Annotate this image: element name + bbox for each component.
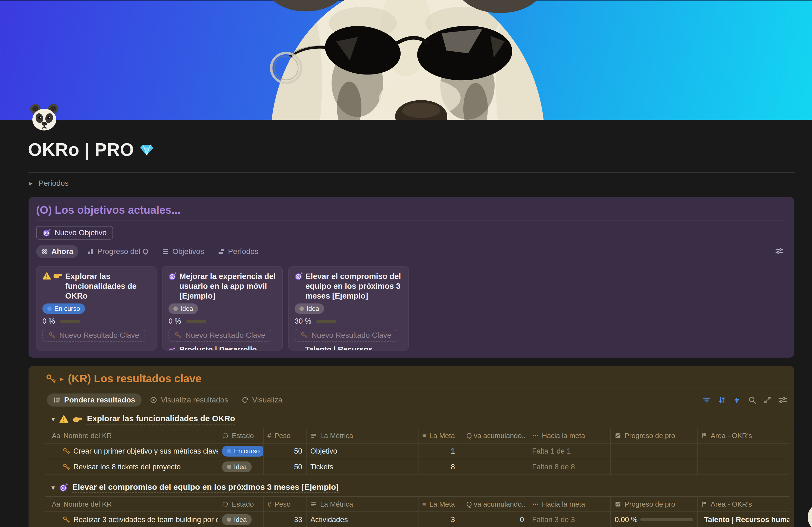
steps-icon	[218, 248, 225, 255]
hacia-cell[interactable]: Falta 1 de 1	[528, 443, 610, 459]
column-header-area[interactable]: Area - OKR's	[697, 497, 789, 512]
column-header-nombre[interactable]: AaNombre del KR	[45, 497, 218, 512]
search-button[interactable]	[748, 396, 757, 404]
meta-cell[interactable]: 1	[418, 443, 459, 459]
peso-cell[interactable]: 33	[263, 512, 306, 527]
area-cell[interactable]	[697, 443, 789, 459]
chevron-down-icon[interactable]: ▾	[52, 484, 55, 491]
metrica-cell[interactable]: Objetivo	[306, 443, 418, 459]
panda-cover-photo	[268, 0, 550, 120]
meta-cell[interactable]: 8	[418, 459, 459, 474]
column-header-metrica[interactable]: La Métrica	[306, 497, 418, 512]
column-header-metrica[interactable]: La Métrica	[306, 428, 418, 443]
column-header-hacia[interactable]: Hacia la meta	[528, 497, 610, 512]
sort-button[interactable]	[717, 396, 726, 404]
estado-cell[interactable]: Idea	[218, 459, 263, 474]
weighted-list-icon	[53, 396, 61, 404]
acumulando-cell[interactable]: 0	[459, 512, 528, 527]
key-icon	[63, 464, 70, 470]
progreso-cell[interactable]: 0,00 %	[610, 512, 697, 527]
progress-row: 30 %	[294, 317, 403, 326]
column-header-peso[interactable]: #Peso	[263, 428, 306, 443]
progreso-cell[interactable]	[610, 459, 697, 474]
objective-card[interactable]: Mejorar la experiencia del usuario en la…	[162, 266, 282, 351]
view-settings-button[interactable]	[778, 396, 787, 404]
area-link[interactable]: Producto | Desarrollo	[169, 345, 257, 351]
chevron-down-icon[interactable]: ▾	[52, 415, 55, 423]
estado-cell[interactable]: Idea	[218, 512, 263, 527]
eye-target-icon	[150, 396, 157, 404]
metrica-cell[interactable]: Actividades	[306, 512, 418, 527]
column-header-hacia[interactable]: Hacia la meta	[528, 428, 610, 443]
column-header-estado[interactable]: Estado	[218, 428, 263, 443]
column-header-meta[interactable]: La Meta	[418, 497, 459, 512]
status-badge[interactable]: Idea	[222, 461, 252, 472]
tab-objetivos[interactable]: Objetivos	[157, 245, 209, 258]
column-header-area[interactable]: Area - OKR's	[697, 428, 789, 443]
tab-pondera-resultados[interactable]: Pondera resultados	[47, 394, 142, 407]
acumulando-cell[interactable]	[459, 459, 528, 474]
peso-cell[interactable]: 50	[263, 459, 306, 474]
new-key-result-button[interactable]: Nuevo Resultado Clave	[169, 329, 271, 342]
kr-table: AaNombre del KR Estado #Peso La Métrica …	[45, 496, 789, 527]
column-header-progreso[interactable]: Progreso de pro	[610, 497, 697, 512]
table-row[interactable]: Revisar los 8 tickets del proyecto Idea …	[45, 459, 789, 475]
new-objective-button[interactable]: Nuevo Objetivo	[36, 226, 113, 240]
periodos-toggle[interactable]: ▸ Periodos	[29, 179, 69, 188]
chevron-right-icon[interactable]: ▸	[60, 375, 63, 382]
peso-cell[interactable]: 50	[263, 443, 306, 459]
objective-card[interactable]: Elevar el compromiso del equipo en los p…	[288, 266, 409, 351]
cover-image[interactable]	[0, 0, 812, 120]
column-header-nombre[interactable]: AaNombre del KR	[45, 428, 218, 443]
metrica-cell[interactable]: Tickets	[306, 459, 418, 474]
floating-help-button[interactable]	[808, 503, 812, 527]
new-key-result-button[interactable]: Nuevo Resultado Clave	[42, 329, 145, 342]
divider	[36, 220, 786, 221]
hacia-cell[interactable]: Faltan 3 de 3	[528, 512, 610, 527]
automation-button[interactable]	[733, 396, 741, 404]
table-row[interactable]: Realizar 3 actividades de team building …	[45, 512, 789, 527]
column-header-meta[interactable]: La Meta	[418, 428, 459, 443]
acumulando-cell[interactable]	[459, 443, 528, 459]
estado-cell[interactable]: En curso	[218, 443, 263, 459]
divider	[47, 388, 794, 389]
progreso-cell[interactable]	[610, 443, 697, 459]
filter-button[interactable]	[702, 396, 711, 404]
kr-group-title[interactable]: Elevar el compromiso del equipo en los p…	[72, 482, 338, 493]
progress-bar	[60, 320, 80, 323]
page-title[interactable]: OKRo | PRO	[28, 139, 154, 160]
tab-periodos[interactable]: Períodos	[213, 245, 263, 258]
tab-visualiza-resultados[interactable]: Visualiza resultados	[145, 394, 233, 407]
progress-bar	[316, 320, 336, 323]
kr-toolbar	[702, 396, 787, 404]
table-row[interactable]: Crear un primer objetivo y sus métricas …	[45, 443, 789, 459]
kr-group-title[interactable]: Explorar las funcionalidades de OKRo	[87, 414, 235, 425]
tab-progreso-del-q[interactable]: Progreso del Q	[82, 245, 153, 258]
column-header-progreso[interactable]: Progreso de pro	[610, 428, 697, 443]
column-header-peso[interactable]: #Peso	[263, 497, 306, 512]
column-header-acumulando[interactable]: Q va acumulando..	[459, 428, 528, 443]
kr-name-cell[interactable]: Realizar 3 actividades de team building …	[45, 512, 218, 527]
expand-button[interactable]	[763, 396, 772, 404]
area-cell[interactable]	[697, 459, 789, 474]
tab-visualiza[interactable]: Visualiza	[236, 394, 288, 407]
status-badge[interactable]: En curso	[222, 446, 263, 457]
kr-name-cell[interactable]: Crear un primer objetivo y sus métricas …	[45, 443, 218, 459]
kr-name-cell[interactable]: Revisar los 8 tickets del proyecto	[45, 459, 218, 474]
page-title-text: OKRo | PRO	[28, 139, 134, 160]
column-header-acumulando[interactable]: Q va acumulando..	[459, 497, 528, 512]
new-key-result-button[interactable]: Nuevo Resultado Clave	[294, 329, 397, 342]
tab-ahora[interactable]: Ahora	[36, 245, 78, 258]
objective-card[interactable]: Explorar las funcionalidades de OKRo En …	[36, 266, 157, 351]
hacia-cell[interactable]: Faltan 8 de 8	[528, 459, 610, 474]
status-dot	[300, 307, 304, 311]
key-results-section: ▸ (KR) Los resultados clave Pondera resu…	[29, 366, 794, 527]
area-link[interactable]: Talento | Recursos humanos	[294, 345, 403, 351]
target-icon	[41, 248, 48, 255]
view-settings-button[interactable]	[775, 247, 784, 255]
status-badge[interactable]: Idea	[222, 514, 252, 525]
area-cell[interactable]: Talento | Recursos human	[697, 512, 789, 527]
column-header-estado[interactable]: Estado	[218, 497, 263, 512]
meta-cell[interactable]: 3	[418, 512, 459, 527]
page-icon-panda[interactable]	[29, 103, 59, 133]
